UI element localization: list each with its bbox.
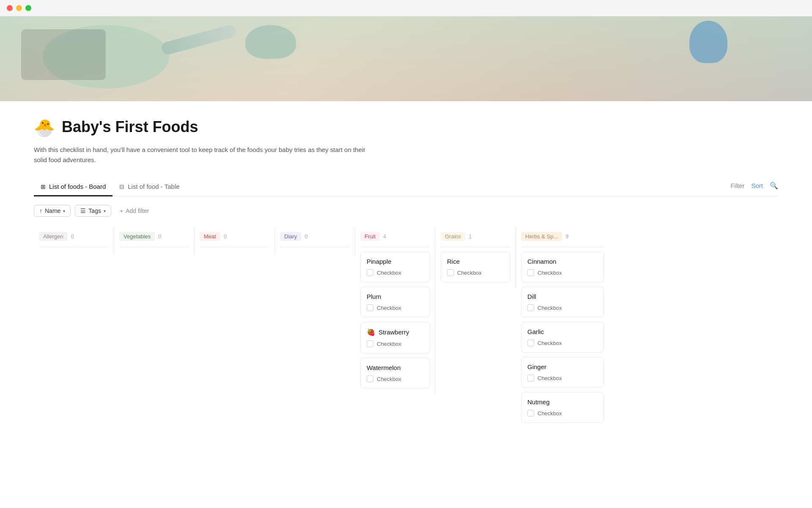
checkbox-label-fruit-2: Checkbox: [377, 341, 401, 347]
page-content: 🐣 Baby's First Foods With this checklist…: [0, 101, 812, 445]
tags-filter-label: Tags: [88, 207, 101, 214]
card-title-herbs-4: Nutmeg: [527, 398, 598, 406]
filter-button[interactable]: Filter: [730, 182, 744, 189]
card-name-fruit-2: Strawberry: [379, 329, 409, 336]
column-header-allergen: Allergen0: [39, 227, 109, 247]
column-tag-herbs[interactable]: Herbs & Sp...: [521, 232, 562, 241]
card-herbs-2[interactable]: GarlicCheckbox: [521, 322, 604, 353]
card-title-fruit-0: Pinapple: [367, 258, 424, 265]
card-fruit-3[interactable]: WatermelonCheckbox: [360, 358, 430, 389]
checkbox-label-fruit-0: Checkbox: [377, 270, 401, 276]
card-name-herbs-3: Ginger: [527, 363, 546, 370]
checkbox-label-herbs-4: Checkbox: [538, 410, 562, 417]
checkbox-label-herbs-1: Checkbox: [538, 305, 562, 311]
column-tag-diary[interactable]: Diary: [280, 232, 301, 241]
name-filter-arrow: ▾: [63, 209, 65, 213]
card-herbs-4[interactable]: NutmegCheckbox: [521, 392, 604, 423]
checkbox-grains-0[interactable]: [447, 269, 454, 276]
column-tag-vegetables[interactable]: Vegetables: [119, 232, 155, 241]
column-tag-grains[interactable]: Grains: [441, 232, 465, 241]
column-count-diary: 0: [304, 233, 307, 240]
checkbox-herbs-0[interactable]: [527, 269, 534, 276]
checkbox-label-herbs-3: Checkbox: [538, 375, 562, 381]
tags-filter-chip[interactable]: ☰ Tags ▾: [75, 205, 111, 217]
minimize-button[interactable]: [16, 5, 22, 11]
card-field-grains-0: Checkbox: [447, 269, 504, 276]
column-header-grains: Grains1: [441, 227, 510, 247]
column-vegetables: Vegetables0: [114, 227, 195, 256]
board-tab-label: List of foods - Board: [49, 183, 106, 190]
card-field-fruit-1: Checkbox: [367, 304, 424, 311]
card-field-herbs-0: Checkbox: [527, 269, 598, 276]
checkbox-fruit-0[interactable]: [367, 269, 373, 276]
column-count-vegetables: 0: [158, 233, 161, 240]
tags-filter-icon: ☰: [80, 207, 86, 214]
card-herbs-3[interactable]: GingerCheckbox: [521, 357, 604, 388]
column-tag-allergen[interactable]: Allergen: [39, 232, 68, 241]
card-field-fruit-2: Checkbox: [367, 340, 424, 347]
tab-board[interactable]: ⊞ List of foods - Board: [34, 179, 112, 196]
checkbox-herbs-1[interactable]: [527, 304, 534, 311]
search-button[interactable]: 🔍: [770, 182, 778, 190]
column-header-meat: Meat0: [200, 227, 269, 247]
checkbox-fruit-3[interactable]: [367, 375, 373, 382]
checkbox-label-fruit-1: Checkbox: [377, 305, 401, 311]
column-count-grains: 1: [469, 233, 472, 240]
tabs-actions: Filter Sort 🔍: [730, 182, 778, 193]
checkbox-herbs-2[interactable]: [527, 340, 534, 346]
card-title-herbs-0: Cinnamon: [527, 258, 598, 265]
tab-table[interactable]: ⊟ List of food - Table: [112, 179, 186, 196]
checkbox-fruit-1[interactable]: [367, 304, 373, 311]
checkbox-label-fruit-3: Checkbox: [377, 376, 401, 382]
card-herbs-1[interactable]: DillCheckbox: [521, 287, 604, 318]
card-fruit-0[interactable]: PinappleCheckbox: [360, 251, 430, 282]
filters-bar: ↑ Name ▾ ☰ Tags ▾ + Add filter: [34, 205, 778, 217]
tags-filter-arrow: ▾: [104, 209, 106, 213]
page-title: Baby's First Foods: [62, 118, 198, 136]
hero-image: [0, 17, 812, 101]
card-field-fruit-3: Checkbox: [367, 375, 424, 382]
column-header-diary: Diary0: [280, 227, 350, 247]
card-fruit-1[interactable]: PlumCheckbox: [360, 287, 430, 318]
card-field-herbs-4: Checkbox: [527, 410, 598, 417]
column-tag-meat[interactable]: Meat: [200, 232, 220, 241]
checkbox-fruit-2[interactable]: [367, 340, 373, 347]
checkbox-herbs-4[interactable]: [527, 410, 534, 417]
window-chrome: [0, 0, 812, 17]
column-count-meat: 0: [224, 233, 227, 240]
column-header-vegetables: Vegetables0: [119, 227, 189, 247]
column-diary: Diary0: [275, 227, 355, 256]
add-filter-button[interactable]: + Add filter: [115, 205, 153, 216]
card-name-herbs-0: Cinnamon: [527, 258, 556, 265]
column-fruit: Fruit4PinappleCheckboxPlumCheckbox🍓Straw…: [355, 227, 436, 394]
card-name-fruit-0: Pinapple: [367, 258, 391, 265]
card-grains-0[interactable]: RiceCheckbox: [441, 251, 510, 282]
board-tab-icon: ⊞: [41, 183, 46, 190]
name-filter-chip[interactable]: ↑ Name ▾: [34, 205, 71, 217]
card-title-herbs-2: Garlic: [527, 328, 598, 335]
card-name-grains-0: Rice: [447, 258, 460, 265]
column-tag-fruit[interactable]: Fruit: [360, 232, 380, 241]
column-count-fruit: 4: [383, 233, 386, 240]
card-title-fruit-1: Plum: [367, 293, 424, 300]
card-fruit-2[interactable]: 🍓StrawberryCheckbox: [360, 322, 430, 353]
table-tab-icon: ⊟: [119, 183, 124, 190]
checkbox-label-herbs-2: Checkbox: [538, 340, 562, 346]
checkbox-herbs-3[interactable]: [527, 375, 534, 381]
card-herbs-0[interactable]: CinnamonCheckbox: [521, 251, 604, 282]
maximize-button[interactable]: [25, 5, 31, 11]
column-grains: Grains1RiceCheckbox: [436, 227, 516, 287]
column-herbs: Herbs & Sp...9CinnamonCheckboxDillCheckb…: [516, 227, 609, 428]
card-field-herbs-3: Checkbox: [527, 375, 598, 381]
card-name-herbs-4: Nutmeg: [527, 398, 550, 406]
card-field-herbs-2: Checkbox: [527, 340, 598, 346]
card-field-fruit-0: Checkbox: [367, 269, 424, 276]
card-name-fruit-1: Plum: [367, 293, 381, 300]
column-header-fruit: Fruit4: [360, 227, 430, 247]
card-field-herbs-1: Checkbox: [527, 304, 598, 311]
sort-button[interactable]: Sort: [751, 182, 763, 189]
page-description: With this checklist in hand, you'll have…: [34, 145, 372, 165]
card-name-herbs-1: Dill: [527, 293, 536, 300]
close-button[interactable]: [7, 5, 13, 11]
column-meat: Meat0: [195, 227, 275, 256]
